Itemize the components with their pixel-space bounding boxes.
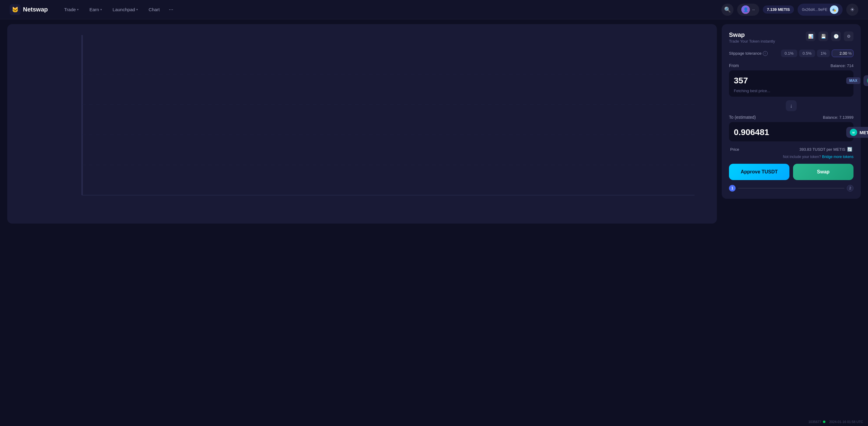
fetching-price-text: Fetching best price...: [734, 89, 849, 93]
chart-area: [12, 29, 712, 210]
slippage-05-button[interactable]: 0.5%: [799, 50, 815, 57]
history-button[interactable]: 💾: [818, 31, 828, 41]
slippage-info-icon[interactable]: i: [763, 51, 768, 56]
trade-chevron-icon: ▾: [77, 8, 79, 11]
swap-title: Swap: [729, 31, 775, 38]
metis-icon: M: [850, 129, 857, 136]
to-token-name: METIS: [860, 130, 868, 135]
theme-toggle-button[interactable]: ☀: [846, 4, 858, 16]
svg-text:👤: 👤: [743, 7, 748, 12]
to-label: To (estimated): [729, 115, 756, 120]
main-content: Swap Trade Your Token instantly 📊 💾 🕐 ⚙: [0, 0, 868, 426]
theme-icon: ☀: [850, 6, 855, 13]
nav-chart[interactable]: Chart: [145, 4, 164, 14]
from-input-row: MAX T TUSDT ▾: [734, 75, 849, 86]
brand-name: Netswap: [23, 6, 48, 13]
arrow-down-icon: ↓: [790, 103, 793, 109]
swap-direction-button[interactable]: ↓: [786, 100, 797, 111]
step-1-indicator: 1: [729, 185, 736, 192]
swap-button[interactable]: Swap: [793, 164, 854, 180]
max-button[interactable]: MAX: [846, 77, 861, 84]
bridge-row: Not include your token? Bridge more toke…: [729, 155, 854, 159]
address-avatar-icon: 🎭: [830, 5, 838, 14]
slippage-label: Slippage tolerance i: [729, 51, 768, 56]
block-number: 1035677: [808, 420, 822, 424]
to-amount-input[interactable]: [734, 128, 843, 137]
slippage-row: Slippage tolerance i 0.1% 0.5% 1% %: [729, 50, 854, 57]
swap-header: Swap Trade Your Token instantly 📊 💾 🕐 ⚙: [729, 31, 854, 43]
metis-balance-badge[interactable]: 7.139 METIS: [763, 5, 794, 13]
logo-icon: 🐱: [10, 4, 21, 15]
from-token-selector[interactable]: T TUSDT ▾: [864, 75, 868, 86]
clock-icon: 🕐: [834, 34, 839, 39]
launchpad-chevron-icon: ▾: [136, 8, 138, 11]
nav-trade[interactable]: Trade ▾: [60, 4, 83, 14]
wallet-address-badge[interactable]: 0x26d4...9eFE 🎭: [798, 4, 843, 16]
navbar-right: 🔍 👤 -- 7.139 METIS: [721, 4, 858, 16]
search-button[interactable]: 🔍: [721, 4, 734, 16]
nav-launchpad[interactable]: Launchpad ▾: [108, 4, 142, 14]
to-label-row: To (estimated) Balance: 7.13999: [729, 115, 854, 120]
price-value: 393.83 TUSDT per METIS 🔄: [799, 147, 852, 152]
slippage-1-button[interactable]: 1%: [817, 50, 830, 57]
to-token-box: M METIS ▾: [729, 122, 854, 141]
swap-action-icons: 📊 💾 🕐 ⚙: [806, 31, 854, 41]
navbar-nav: Trade ▾ Earn ▾ Launchpad ▾ Chart ···: [60, 4, 721, 15]
to-input-row: M METIS ▾: [734, 127, 849, 138]
chart-svg: [12, 29, 712, 210]
swap-title-group: Swap Trade Your Token instantly: [729, 31, 775, 43]
search-icon: 🔍: [724, 6, 731, 13]
from-label: From: [729, 63, 739, 68]
from-label-row: From Balance: 714: [729, 63, 854, 68]
gear-icon: ⚙: [847, 34, 851, 39]
earn-chevron-icon: ▾: [100, 8, 102, 11]
swap-subtitle: Trade Your Token instantly: [729, 39, 775, 43]
slippage-01-button[interactable]: 0.1%: [781, 50, 797, 57]
from-amount-input[interactable]: [734, 76, 843, 86]
price-amount: 393.83 TUSDT per METIS: [799, 147, 845, 152]
refresh-price-button[interactable]: 🔄: [847, 147, 852, 152]
step-line: [738, 188, 844, 189]
progress-steps: 1 2: [729, 185, 854, 192]
to-token-selector[interactable]: M METIS ▾: [846, 127, 868, 138]
chart-icon: 📊: [808, 34, 813, 39]
logo[interactable]: 🐱 Netswap: [10, 4, 48, 15]
svg-text:🎭: 🎭: [832, 8, 836, 12]
wallet-address-text: 0x26d4...9eFE: [802, 7, 828, 12]
chart-panel: [7, 24, 717, 224]
from-token-box: MAX T TUSDT ▾ Fetching best price...: [729, 70, 854, 97]
network-status-indicator: [823, 421, 826, 423]
wallet-status-label: --: [752, 7, 755, 12]
wallet-status-badge[interactable]: 👤 --: [737, 4, 759, 16]
svg-text:M: M: [852, 131, 855, 134]
save-icon: 💾: [821, 34, 826, 39]
from-balance: Balance: 714: [831, 63, 854, 68]
swap-panel: Swap Trade Your Token instantly 📊 💾 🕐 ⚙: [722, 24, 861, 199]
action-buttons: Approve TUSDT Swap: [729, 164, 854, 180]
settings-button[interactable]: ⚙: [844, 31, 854, 41]
wallet-avatar-icon: 👤: [741, 5, 750, 14]
step-2-indicator: 2: [847, 185, 854, 192]
slippage-custom-input[interactable]: [832, 50, 854, 57]
bottom-status: 1035677 2024-01-16 01:58 UTC: [808, 420, 863, 424]
timestamp: 2024-01-16 01:58 UTC: [829, 420, 863, 424]
bridge-prompt-text: Not include your token?: [783, 155, 821, 159]
svg-text:🐱: 🐱: [12, 6, 19, 13]
metis-balance-value: 7.139 METIS: [767, 7, 790, 12]
price-row: Price 393.83 TUSDT per METIS 🔄: [729, 144, 854, 155]
approve-button[interactable]: Approve TUSDT: [729, 164, 789, 180]
chart-view-button[interactable]: 📊: [806, 31, 815, 41]
price-label: Price: [730, 147, 739, 152]
nav-more-button[interactable]: ···: [166, 4, 176, 15]
bridge-link[interactable]: Bridge more tokens: [822, 155, 854, 159]
navbar: 🐱 Netswap Trade ▾ Earn ▾ Launchpad ▾ Cha…: [0, 0, 868, 19]
slippage-options: 0.1% 0.5% 1% %: [781, 50, 854, 57]
swap-direction-row: ↓: [729, 100, 854, 111]
slippage-custom-wrap: %: [832, 50, 854, 57]
recent-transactions-button[interactable]: 🕐: [831, 31, 841, 41]
nav-earn[interactable]: Earn ▾: [85, 4, 106, 14]
to-balance: Balance: 7.13999: [823, 115, 854, 120]
